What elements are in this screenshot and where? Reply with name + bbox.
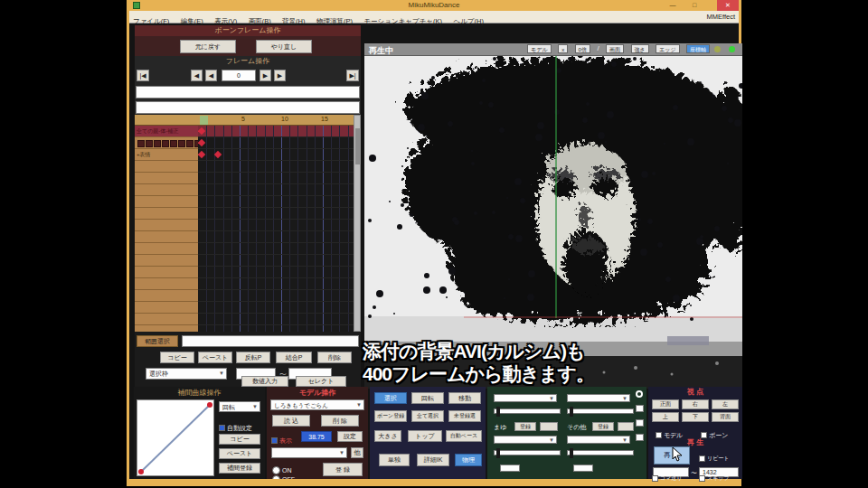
unregistered-select-button[interactable]: 未登録選 (448, 410, 481, 422)
paste-button[interactable]: ペースト (198, 352, 232, 363)
timeline-empty-row-label[interactable] (135, 290, 198, 302)
strength-toolbar-button[interactable]: 強さ (631, 44, 649, 53)
model-register-button[interactable]: 登 録 (323, 463, 363, 476)
single-button[interactable]: 単独 (379, 454, 410, 466)
timeline-empty-row-label[interactable] (135, 208, 198, 220)
timeline-empty-row-label[interactable] (135, 302, 198, 314)
bone-name-input[interactable] (182, 335, 359, 347)
slider-thumb[interactable] (570, 407, 573, 417)
brow-extra-button[interactable] (540, 422, 558, 431)
curve-copy-button[interactable]: コピー (219, 434, 260, 445)
camera-follow-icon[interactable] (636, 390, 643, 398)
timeline-header[interactable]: 5 10 15 (135, 115, 354, 126)
facial-spin-box-1[interactable] (636, 405, 644, 412)
numeric-input-button[interactable]: 数値入力 (241, 376, 288, 387)
bone-register-button[interactable]: ボーン登録 (374, 410, 407, 422)
slider-thumb[interactable] (496, 448, 500, 458)
frame-prev2-button[interactable]: ◀ (191, 70, 203, 81)
view-right-button[interactable]: 右 (682, 399, 709, 409)
slider-thumb[interactable] (570, 448, 573, 458)
timeline-empty-row-label[interactable] (135, 243, 198, 255)
delete-button[interactable]: 削除 (317, 352, 352, 363)
frame-number-input[interactable]: 0 (222, 70, 256, 81)
select-frame-combo[interactable]: 選択枠▼ (146, 368, 227, 380)
edge-toolbar-button[interactable]: エッジ (656, 44, 679, 53)
maximize-button[interactable]: □ (686, 1, 703, 10)
reverse-paste-button[interactable]: 反転P (236, 352, 270, 363)
frame-next2-button[interactable]: ▶ (274, 70, 286, 81)
timeline-empty-row-label[interactable] (135, 184, 198, 196)
other-register-button[interactable]: 登録 (592, 422, 614, 431)
repeat-checkbox[interactable]: リピート (699, 450, 729, 466)
screen-toolbar-button[interactable]: 画面 (606, 44, 624, 53)
skip-checkbox[interactable]: スキップ (699, 470, 730, 486)
facial-small-box-left[interactable] (500, 465, 520, 472)
timeline-row-label-icons[interactable] (135, 137, 198, 149)
select-action-button[interactable]: セレクト (296, 376, 346, 387)
bone-rotate-button[interactable]: 回転 (411, 392, 444, 404)
timeline-empty-row-label[interactable] (135, 314, 198, 325)
render-viewport[interactable] (364, 56, 742, 389)
lip-morph-combo[interactable]: ▼ (494, 436, 557, 444)
timeline-empty-row-label[interactable] (135, 161, 198, 173)
timeline-empty-row-label[interactable] (135, 267, 198, 278)
redo-button[interactable]: やり直し (256, 40, 312, 53)
lip-slider[interactable] (494, 450, 561, 455)
frame-range-input-1[interactable] (136, 86, 360, 99)
undo-button[interactable]: 元に戻す (180, 40, 236, 53)
view-top-button[interactable]: 上 (652, 412, 679, 422)
detail-ik-button[interactable]: 詳細IK (417, 454, 449, 466)
top-button[interactable]: トップ (408, 430, 442, 442)
physics-button[interactable]: 物理 (455, 454, 482, 466)
other-slider[interactable] (567, 450, 634, 455)
model-delete-button[interactable]: 削 除 (321, 415, 359, 427)
timeline-empty-row-label[interactable] (135, 278, 198, 290)
facial-spin-box-2[interactable] (636, 419, 644, 427)
view-left-button[interactable]: 左 (712, 399, 739, 409)
bone-select-button[interactable]: 選択 (374, 392, 407, 404)
timeline-row-label-morph[interactable]: +表情 (135, 149, 198, 161)
brow-register-button[interactable]: 登録 (514, 422, 536, 431)
close-button[interactable]: ✕ (717, 0, 739, 11)
timeline-scrollbar[interactable] (354, 115, 361, 332)
timeline-grid[interactable] (198, 126, 354, 332)
bone-move-button[interactable]: 移動 (448, 392, 481, 404)
x-toolbar-button[interactable]: x (558, 44, 568, 53)
model-set-button[interactable]: 設定 (337, 431, 363, 442)
timeline-empty-row-label[interactable] (135, 255, 198, 267)
timeline-empty-row-label[interactable] (135, 196, 198, 208)
other-extra-button[interactable] (618, 422, 634, 431)
timeline-empty-row-label[interactable] (135, 220, 198, 231)
curve-paste-button[interactable]: ペースト (219, 448, 260, 459)
eye-morph-combo[interactable]: ▼ (567, 394, 630, 402)
frame-next-button[interactable]: ▶ (259, 70, 271, 81)
view-front-button[interactable]: 正面 (652, 399, 679, 409)
slider-thumb[interactable] (496, 407, 500, 417)
brow-slider[interactable] (494, 408, 561, 414)
model-toolbar-button[interactable]: モデル (527, 44, 551, 53)
timeline-scrollbar-thumb[interactable] (355, 128, 361, 164)
frame-step-checkbox[interactable]: コマ送り (652, 470, 682, 486)
model-load-button[interactable]: 読 込 (272, 415, 310, 427)
range-select-button[interactable]: 範囲選択 (137, 335, 178, 347)
axis-toggle-button[interactable]: 座標軸 (686, 44, 710, 53)
frame-first-button[interactable]: |◀ (137, 70, 149, 81)
menu-mocap[interactable]: モーションキャプチャ(K) (360, 15, 446, 26)
minimize-button[interactable]: — (665, 1, 681, 10)
auto-base-button[interactable]: 自動ベース (446, 430, 482, 442)
edge-value-input[interactable]: 38.75 (301, 431, 332, 442)
model-select-combo[interactable]: しろきもうでごらん▼ (270, 399, 364, 410)
zoom-toolbar-button[interactable]: 0倍 (575, 44, 590, 53)
frame-range-input-2[interactable] (136, 101, 360, 114)
model-other-button[interactable]: 他 (351, 447, 363, 458)
view-back-button[interactable]: 背面 (712, 412, 739, 422)
model-sub-combo[interactable]: ▼ (271, 447, 347, 458)
other-morph-combo[interactable]: ▼ (567, 436, 630, 444)
size-button[interactable]: 大きさ (374, 430, 401, 442)
view-bottom-button[interactable]: 下 (682, 412, 709, 422)
timeline-empty-row-label[interactable] (135, 173, 198, 184)
menu-help[interactable]: ヘルプ(H) (449, 15, 486, 26)
merge-button[interactable]: 結合P (276, 352, 312, 363)
eye-slider[interactable] (567, 408, 634, 414)
frame-prev-button[interactable]: ◀ (205, 70, 217, 81)
